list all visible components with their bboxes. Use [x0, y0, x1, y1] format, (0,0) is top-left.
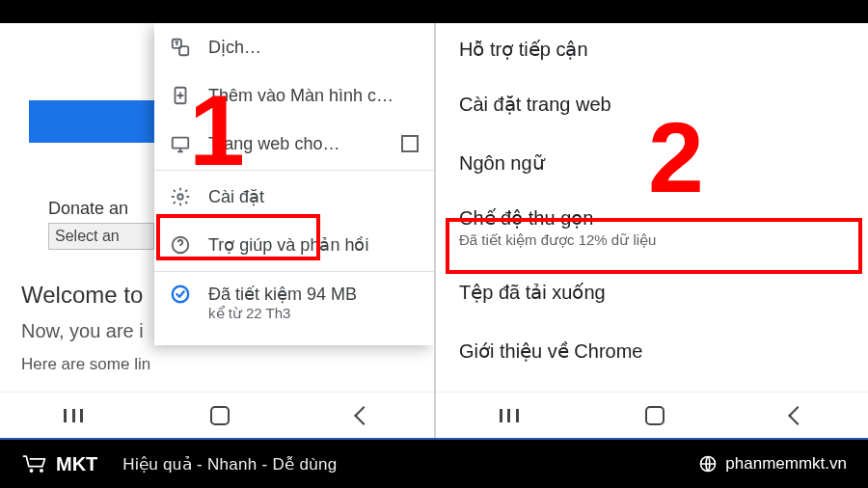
globe-icon	[698, 454, 718, 474]
svg-point-4	[177, 194, 183, 200]
menu-label: Trang web cho…	[208, 134, 384, 154]
brand-footer: MKT Hiệu quả - Nhanh - Dễ dùng phanmemmk…	[0, 438, 868, 488]
nav-back-button[interactable]	[788, 406, 807, 425]
menu-item-data-saved[interactable]: Đã tiết kiệm 94 MB kể từ 22 Th3	[154, 274, 434, 336]
data-saved-subtitle: kể từ 22 Th3	[208, 305, 419, 322]
links-intro: Here are some lin	[21, 355, 150, 374]
add-homescreen-icon	[170, 85, 191, 106]
svg-point-7	[30, 469, 34, 473]
menu-label: Thêm vào Màn hình c…	[208, 86, 419, 106]
donate-label: Donate an	[48, 199, 128, 219]
welcome-heading: Welcome to	[21, 282, 143, 309]
settings-item-label: Tệp đã tải xuống	[459, 281, 847, 304]
data-saved-icon	[170, 284, 191, 305]
data-saved-title: Đã tiết kiệm 94 MB	[208, 284, 419, 305]
menu-item-desktop-site[interactable]: Trang web cho…	[154, 120, 434, 168]
settings-item-subtitle: Đã tiết kiệm được 12% dữ liệu	[459, 231, 847, 249]
settings-item-label: Cài đặt trang web	[459, 93, 847, 116]
phones-row: Donate an Select an Welcome to Now, you …	[0, 23, 868, 438]
settings-item-about[interactable]: Giới thiệu về Chrome	[436, 321, 868, 380]
settings-item-lite-mode[interactable]: Chế độ thu gọn Đã tiết kiệm được 12% dữ …	[436, 192, 868, 262]
settings-item-language[interactable]: Ngôn ngữ	[436, 133, 868, 192]
primary-blue-button[interactable]	[29, 100, 154, 143]
nav-recent-button[interactable]	[500, 409, 519, 422]
menu-label: Dịch…	[208, 37, 419, 58]
welcome-sub: Now, you are i	[21, 320, 144, 342]
nav-home-button[interactable]	[210, 406, 230, 425]
brand-site[interactable]: phanmemmkt.vn	[698, 454, 847, 474]
android-navbar-right	[436, 392, 868, 438]
settings-item-label: Hỗ trợ tiếp cận	[459, 38, 847, 61]
settings-item-accessibility[interactable]: Hỗ trợ tiếp cận	[436, 23, 868, 74]
desktop-icon	[170, 133, 191, 154]
menu-item-help[interactable]: Trợ giúp và phản hồi	[154, 221, 434, 269]
settings-list: Hỗ trợ tiếp cận Cài đặt trang web Ngôn n…	[436, 23, 868, 438]
settings-item-label: Ngôn ngữ	[459, 151, 847, 175]
menu-item-add-homescreen[interactable]: Thêm vào Màn hình c…	[154, 71, 434, 120]
overflow-menu: Dịch… Thêm vào Màn hình c… Trang web cho…	[154, 23, 434, 345]
gear-icon	[170, 186, 191, 207]
translate-icon	[170, 37, 191, 58]
menu-item-settings[interactable]: Cài đặt	[154, 173, 434, 221]
menu-label: Cài đặt	[208, 186, 419, 207]
amount-select[interactable]: Select an	[48, 223, 154, 250]
menu-separator	[154, 271, 434, 272]
brand-logo-text: MKT	[56, 453, 97, 475]
menu-label: Trợ giúp và phản hồi	[208, 234, 419, 256]
menu-item-translate[interactable]: Dịch…	[154, 23, 434, 71]
settings-item-downloads[interactable]: Tệp đã tải xuống	[436, 262, 868, 321]
settings-item-label: Giới thiệu về Chrome	[459, 339, 847, 363]
svg-rect-3	[173, 138, 189, 149]
svg-point-8	[40, 469, 43, 473]
help-icon	[170, 234, 191, 256]
desktop-checkbox[interactable]	[401, 135, 419, 152]
settings-item-site-settings[interactable]: Cài đặt trang web	[436, 74, 868, 133]
brand-site-text: phanmemmkt.vn	[725, 454, 847, 474]
menu-separator	[154, 170, 434, 171]
brand-logo: MKT	[21, 453, 97, 475]
phone-left: Donate an Select an Welcome to Now, you …	[0, 23, 434, 438]
nav-back-button[interactable]	[354, 406, 373, 425]
android-navbar-left	[0, 392, 434, 438]
phone-right: Hỗ trợ tiếp cận Cài đặt trang web Ngôn n…	[434, 23, 868, 438]
brand-tagline: Hiệu quả - Nhanh - Dễ dùng	[122, 454, 337, 474]
stage: Donate an Select an Welcome to Now, you …	[0, 0, 868, 488]
cart-icon	[21, 453, 48, 474]
settings-item-label: Chế độ thu gọn	[459, 206, 847, 230]
nav-recent-button[interactable]	[64, 409, 83, 422]
nav-home-button[interactable]	[645, 406, 665, 425]
